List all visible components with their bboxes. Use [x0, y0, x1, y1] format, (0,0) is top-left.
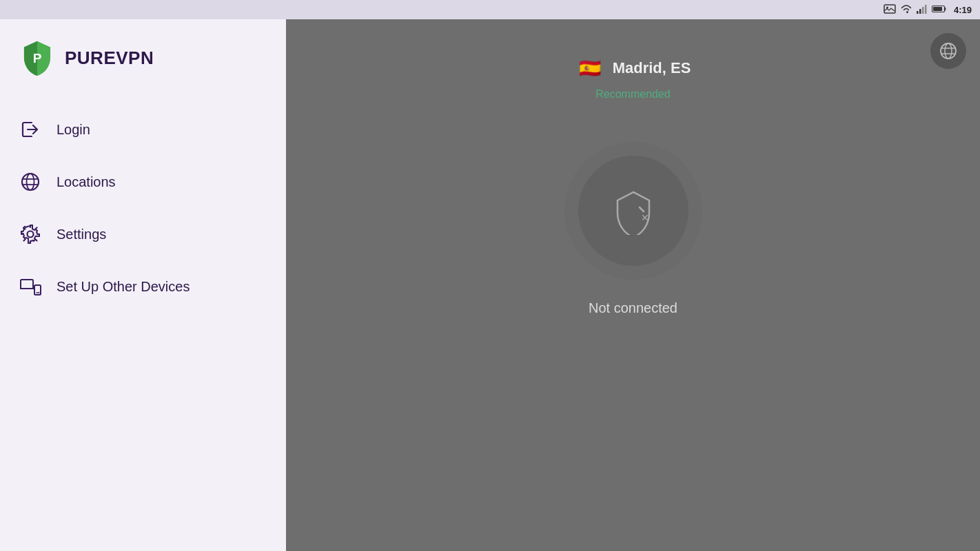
svg-text:✕: ✕	[641, 212, 649, 223]
svg-rect-4	[922, 7, 924, 14]
flag-icon: 🇪🇸	[575, 54, 604, 83]
recommended-label: Recommended	[595, 88, 671, 101]
connect-area[interactable]: ✕ Not connected	[564, 142, 702, 316]
svg-rect-2	[917, 11, 919, 14]
status-icons: 4:19	[884, 4, 972, 16]
svg-point-9	[22, 174, 39, 190]
svg-point-19	[945, 43, 952, 59]
settings-label: Settings	[57, 227, 106, 242]
sidebar: P PUREVPN Login	[0, 19, 286, 551]
setup-devices-label: Set Up Other Devices	[57, 279, 190, 295]
connect-circle-inner[interactable]: ✕	[578, 156, 688, 266]
location-name: Madrid, ES	[613, 59, 691, 77]
svg-rect-14	[21, 280, 33, 289]
svg-point-1	[886, 6, 888, 8]
sidebar-item-login[interactable]: Login	[0, 103, 286, 156]
main-content: 🇪🇸 Madrid, ES Recommended ✕ Not connecte…	[286, 19, 980, 551]
status-time: 4:19	[954, 5, 972, 15]
app-title: PUREVPN	[65, 48, 154, 69]
locations-globe-icon	[19, 171, 41, 193]
signal-icon	[917, 4, 928, 16]
sidebar-item-settings[interactable]: Settings	[0, 208, 286, 260]
locations-label: Locations	[57, 174, 116, 190]
status-bar: 4:19	[0, 0, 980, 19]
sidebar-item-locations[interactable]: Locations	[0, 156, 286, 208]
sidebar-item-setup-devices[interactable]: Set Up Other Devices	[0, 260, 286, 313]
svg-line-22	[640, 207, 644, 211]
logo-icon: P	[19, 40, 55, 76]
svg-rect-3	[919, 9, 921, 14]
app-container: P PUREVPN Login	[0, 19, 980, 551]
shield-disconnected-icon: ✕	[609, 187, 657, 235]
svg-rect-0	[884, 5, 895, 13]
location-row[interactable]: 🇪🇸 Madrid, ES	[575, 54, 691, 83]
svg-point-10	[27, 174, 34, 190]
sidebar-nav: Login Locations	[0, 96, 286, 320]
gallery-icon	[884, 4, 896, 16]
svg-text:P: P	[33, 51, 42, 65]
svg-point-18	[941, 43, 956, 59]
location-section: 🇪🇸 Madrid, ES Recommended	[575, 54, 691, 101]
language-button[interactable]	[930, 33, 966, 69]
login-icon	[19, 118, 41, 141]
connection-status: Not connected	[589, 300, 677, 316]
settings-gear-icon	[19, 223, 41, 245]
wifi-icon	[900, 4, 912, 16]
svg-point-13	[28, 231, 34, 238]
svg-rect-7	[933, 7, 942, 11]
battery-icon	[932, 4, 947, 15]
login-label: Login	[57, 122, 90, 138]
sidebar-header: P PUREVPN	[0, 19, 286, 96]
svg-rect-16	[34, 285, 41, 295]
devices-icon	[19, 276, 41, 298]
svg-rect-5	[925, 5, 927, 14]
connect-circle-outer[interactable]: ✕	[564, 142, 702, 280]
